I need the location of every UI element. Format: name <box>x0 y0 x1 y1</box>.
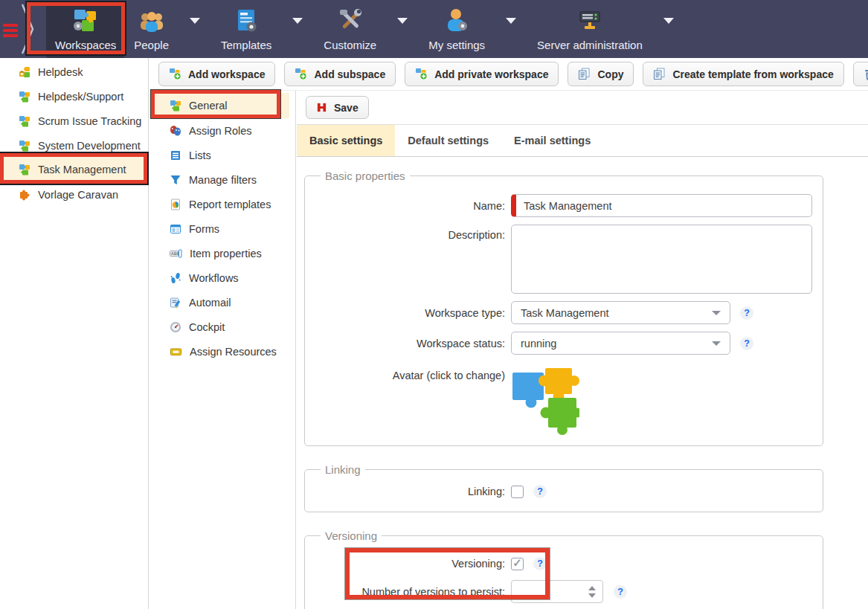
filter-funnel-icon <box>170 174 181 186</box>
workspace-type-dropdown[interactable]: Task Management <box>511 301 730 324</box>
menu-item-label: Cockpit <box>189 321 225 333</box>
button-label: Add private workspace <box>434 68 548 80</box>
caret-down-icon[interactable] <box>292 18 303 24</box>
workspace-pane: Add workspace Add subspace <box>149 58 868 609</box>
caret-down-icon[interactable] <box>506 18 516 24</box>
linking-row: Linking: ? <box>315 485 812 498</box>
versions-count-spinner[interactable] <box>511 580 603 603</box>
workspace-lock-puzzle-icon <box>19 66 30 78</box>
caret-down-icon <box>712 341 721 346</box>
nav-item-templates[interactable]: Templates <box>212 1 280 58</box>
tab-email-settings[interactable]: E-mail settings <box>501 125 603 156</box>
sidebar-item-vorlage-caravan[interactable]: Vorlage Caravan <box>0 182 148 207</box>
menu-item-automail[interactable]: Automail <box>149 290 295 315</box>
menu-item-label: Forms <box>189 223 219 235</box>
caret-down-icon[interactable] <box>190 18 200 24</box>
menu-item-workflows[interactable]: Workflows <box>149 265 295 290</box>
nav-item-server-administration[interactable]: Server administration <box>528 1 652 58</box>
abc-properties-icon: ABC <box>170 248 182 260</box>
save-icon <box>316 102 327 113</box>
versioning-checkbox[interactable] <box>511 558 524 570</box>
sidebar-item-helpdesk-support[interactable]: Helpdesk/Support <box>0 84 148 109</box>
avatar-row: Avatar (click to change) <box>315 365 812 435</box>
workspace-puzzle-icon <box>19 140 30 152</box>
menu-item-cockpit[interactable]: Cockpit <box>149 315 295 339</box>
versions-count-row: Number of versions to persist: ? <box>315 580 812 603</box>
save-button[interactable]: Save <box>306 96 369 119</box>
create-template-from-workspace-button[interactable]: Create template from workspace <box>643 62 843 86</box>
sidebar-item-helpdesk[interactable]: Helpdesk <box>0 59 148 84</box>
menu-item-item-properties[interactable]: ABC Item properties <box>149 241 295 265</box>
button-label: Copy <box>597 68 623 80</box>
nav-item-my-settings[interactable]: My settings <box>419 1 494 58</box>
spinner-down-icon[interactable] <box>588 593 596 598</box>
linking-checkbox[interactable] <box>511 486 524 498</box>
delete-button[interactable]: Delete <box>853 62 868 86</box>
help-icon[interactable]: ? <box>740 337 753 350</box>
menu-item-assign-roles[interactable]: Assign Roles <box>149 118 295 143</box>
fieldset-legend: Linking <box>321 463 365 476</box>
add-subspace-button[interactable]: Add subspace <box>284 62 396 86</box>
add-private-workspace-button[interactable]: Add private workspace <box>405 62 559 86</box>
nav-label: Workspaces <box>55 39 116 51</box>
workspace-settings-menu: General Assign Roles <box>149 91 296 609</box>
caret-down-icon[interactable] <box>663 18 674 24</box>
caret-down-icon <box>712 311 721 315</box>
avatar-label: Avatar (click to change) <box>315 365 505 381</box>
sidebar-item-label: Scrum Issue Tracking <box>38 115 141 127</box>
name-input[interactable] <box>511 194 812 217</box>
nav-item-people[interactable]: People <box>125 1 178 58</box>
button-label: Add workspace <box>188 68 265 80</box>
nav-label: Templates <box>221 39 271 51</box>
hamburger-menu-icon[interactable] <box>3 24 18 58</box>
name-label: Name: <box>315 200 505 212</box>
sidebar-item-task-management[interactable]: Task Management <box>0 156 148 183</box>
copy-button[interactable]: Copy <box>568 62 634 86</box>
workspace-avatar-puzzle[interactable] <box>511 365 579 435</box>
menu-item-label: Item properties <box>190 248 262 260</box>
help-icon[interactable]: ? <box>740 306 753 320</box>
menu-item-forms[interactable]: Forms <box>149 216 295 241</box>
description-textarea[interactable] <box>511 225 812 294</box>
nav-item-workspaces[interactable]: Workspaces <box>46 1 125 58</box>
menu-item-general[interactable]: General <box>149 93 289 118</box>
spinner-arrows[interactable] <box>588 586 596 598</box>
workspaces-puzzle-icon <box>72 7 99 33</box>
help-icon[interactable]: ? <box>533 557 547 570</box>
add-workspace-icon <box>415 68 428 80</box>
workspace-template-puzzle-icon <box>19 189 30 201</box>
save-row: Save <box>297 91 868 125</box>
workspace-toolbar: Add workspace Add subspace <box>149 58 868 91</box>
dropdown-value: Task Management <box>521 307 608 319</box>
add-workspace-button[interactable]: Add workspace <box>158 62 275 86</box>
sidebar-item-label: Helpdesk/Support <box>38 91 123 103</box>
copy-icon <box>578 68 591 80</box>
workspace-puzzle-icon <box>19 115 30 127</box>
sidebar-item-scrum-issue-tracking[interactable]: Scrum Issue Tracking <box>0 109 148 133</box>
form-window-icon <box>170 223 181 235</box>
spinner-up-icon[interactable] <box>588 586 596 590</box>
tab-default-settings[interactable]: Default settings <box>395 125 501 156</box>
app-window: Workspaces People <box>0 0 868 609</box>
nav-item-customize[interactable]: Customize <box>315 1 385 58</box>
tab-basic-settings[interactable]: Basic settings <box>297 125 395 156</box>
sidebar-item-system-development[interactable]: System Development <box>0 133 148 158</box>
theater-masks-icon <box>170 125 181 137</box>
caret-down-icon[interactable] <box>397 18 408 24</box>
fieldset-legend: Versioning <box>321 529 382 542</box>
svg-text:ABC: ABC <box>171 251 180 256</box>
dropdown-value: running <box>521 338 556 349</box>
menu-item-report-templates[interactable]: Report templates <box>149 192 295 216</box>
menu-item-manage-filters[interactable]: Manage filters <box>149 167 295 192</box>
versioning-row: Versioning: ? <box>315 557 812 570</box>
help-icon[interactable]: ? <box>533 485 547 498</box>
menu-item-assign-resources[interactable]: Assign Resources <box>149 339 295 364</box>
menu-item-lists[interactable]: Lists <box>149 143 295 167</box>
nav-label: People <box>134 39 169 51</box>
workspace-status-dropdown[interactable]: running <box>511 332 730 355</box>
name-row: Name: <box>315 194 812 217</box>
fieldset-legend: Basic properties <box>321 170 410 182</box>
menu-item-label: Report templates <box>189 199 271 210</box>
help-icon[interactable]: ? <box>614 585 627 599</box>
versions-count-label: Number of versions to persist: <box>315 586 505 598</box>
